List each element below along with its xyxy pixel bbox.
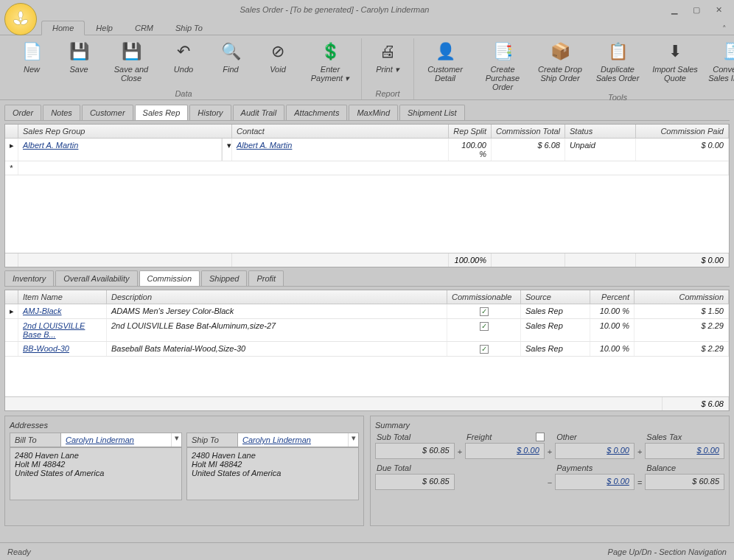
convert-to-sales-invoice-button[interactable]: 🧾Convert To Sales Invoice (706, 38, 734, 91)
sales-rep-grid: Sales Rep Group Contact Rep Split Commis… (4, 124, 730, 267)
menubar: HomeHelpCRMShip To (0, 19, 734, 35)
propeller-icon (12, 10, 29, 28)
tab-inventory[interactable]: Inventory (4, 270, 54, 286)
create-drop-ship-order-icon: 📦 (548, 40, 572, 63)
bill-to-address: 2480 Haven LaneHolt MI 48842United State… (10, 447, 182, 500)
col-commission-total[interactable]: Commission Total (492, 125, 565, 138)
new-row[interactable]: * (5, 161, 729, 175)
customer-detail-button[interactable]: 👤Customer Detail (419, 38, 472, 91)
create-drop-ship-order-button[interactable]: 📦Create Drop Ship Order (534, 38, 587, 91)
col-contact[interactable]: Contact (232, 125, 449, 138)
salestax-value[interactable]: $ 0.00 (645, 443, 724, 459)
svg-point-3 (19, 18, 22, 21)
col-item-name[interactable]: Item Name (18, 290, 107, 304)
tab-profit[interactable]: Profit (248, 270, 284, 286)
tab-notes[interactable]: Notes (43, 105, 80, 120)
bill-to-combo[interactable]: Carolyn Linderman ▾ (61, 433, 182, 447)
enter-payment--icon: 💲 (318, 40, 342, 63)
tab-history[interactable]: History (189, 105, 231, 120)
summary-panel: Summary Sub Total $ 60.85 + Freight $ 0.… (370, 416, 730, 526)
duplicate-sales-order-icon: 📋 (606, 40, 629, 63)
menu-tab-crm[interactable]: CRM (124, 21, 164, 35)
table-row[interactable]: 2nd LOUISVILLE Base B...2nd LOUISVILLE B… (5, 319, 729, 342)
close-button[interactable]: ✕ (713, 4, 724, 15)
commission-header: Item Name Description Commissionable Sou… (5, 290, 729, 304)
col-commissionable[interactable]: Commissionable (447, 290, 521, 304)
find-button[interactable]: 🔍Find (209, 38, 252, 88)
tab-commission[interactable]: Commission (139, 270, 200, 286)
col-commission-paid[interactable]: Commission Paid (636, 125, 729, 138)
print-button[interactable]: 🖨Print ▾ (366, 38, 409, 88)
tab-shipment-list[interactable]: Shipment List (399, 105, 465, 120)
create-purchase-order-button[interactable]: 📑Create Purchase Order (476, 38, 529, 91)
maximize-button[interactable]: ▢ (691, 4, 702, 15)
tab-overall-availability[interactable]: Overall Availability (55, 270, 137, 286)
top-tabstrip: OrderNotesCustomerSales RepHistoryAudit … (4, 105, 730, 121)
mid-tabstrip: InventoryOverall AvailabilityCommissionS… (4, 270, 730, 287)
chevron-down-icon[interactable]: ▾ (171, 433, 181, 447)
save-and-close-button[interactable]: 💾Save and Close (105, 38, 158, 88)
commissionable-checkbox[interactable]: ✓ (480, 322, 489, 331)
freight-value[interactable]: $ 0.00 (465, 443, 545, 459)
app-logo[interactable] (4, 3, 37, 35)
new-button[interactable]: 📄New (10, 38, 53, 88)
item-link[interactable]: AMJ-Black (23, 307, 62, 315)
svg-point-0 (18, 11, 23, 18)
undo-icon: ↶ (172, 40, 195, 63)
status-right: Page Up/Dn - Section Navigation (608, 547, 727, 556)
menu-tab-help[interactable]: Help (85, 21, 124, 35)
col-percent[interactable]: Percent (590, 290, 635, 304)
table-row[interactable]: ▸AMJ-BlackADAMS Men's Jersey Color-Black… (5, 304, 729, 319)
col-status[interactable]: Status (565, 125, 636, 138)
save-button[interactable]: 💾Save (57, 38, 100, 88)
freight-checkbox[interactable] (536, 433, 545, 441)
sales-rep-footer: 100.00% $ 0.00 (5, 253, 729, 267)
bottom-panels: Addresses Bill To Carolyn Linderman ▾ 24… (4, 416, 730, 526)
commission-footer: $ 6.08 (5, 396, 729, 410)
col-description[interactable]: Description (107, 290, 447, 304)
tab-sales-rep[interactable]: Sales Rep (135, 105, 189, 120)
minimize-button[interactable]: ▁ (669, 4, 679, 15)
chevron-down-icon[interactable]: ▾ (348, 433, 358, 447)
tab-shipped[interactable]: Shipped (201, 270, 247, 286)
col-source[interactable]: Source (521, 290, 590, 304)
save-icon: 💾 (67, 40, 91, 63)
commission-grid: Item Name Description Commissionable Sou… (4, 290, 730, 411)
enter-payment-button[interactable]: 💲Enter Payment ▾ (304, 38, 357, 88)
commissionable-checkbox[interactable]: ✓ (480, 345, 489, 354)
table-row[interactable]: BB-Wood-30Baseball Bats Material-Wood,Si… (5, 342, 729, 357)
sales-rep-body: ▸ Albert A. Martin ▾ Albert A. Martin 10… (5, 139, 729, 253)
col-commission[interactable]: Commission (635, 290, 729, 304)
payments-value[interactable]: $ 0.00 (555, 474, 635, 490)
item-link[interactable]: BB-Wood-30 (23, 344, 69, 353)
titlebar: Sales Order - [To be generated] - Caroly… (0, 0, 734, 19)
tab-maxmind[interactable]: MaxMind (349, 105, 398, 120)
menu-tab-home[interactable]: Home (41, 21, 85, 35)
ribbon-collapse-icon[interactable]: ˄ (722, 24, 727, 34)
tab-attachments[interactable]: Attachments (286, 105, 347, 120)
ship-to-value[interactable]: Carolyn Linderman (238, 433, 348, 447)
print--icon: 🖨 (376, 40, 399, 63)
void-button[interactable]: ⊘Void (256, 38, 299, 88)
col-sales-rep-group[interactable]: Sales Rep Group (18, 125, 232, 138)
window-controls: ▁ ▢ ✕ (669, 4, 734, 15)
tab-order[interactable]: Order (4, 105, 41, 120)
ship-to-label: Ship To (186, 433, 238, 447)
item-link[interactable]: 2nd LOUISVILLE Base B... (23, 321, 85, 339)
tab-audit-trail[interactable]: Audit Trail (233, 105, 285, 120)
other-value[interactable]: $ 0.00 (555, 443, 635, 459)
commissionable-checkbox[interactable]: ✓ (480, 307, 489, 316)
tab-customer[interactable]: Customer (82, 105, 133, 120)
import-sales-quote-button[interactable]: ⬇Import Sales Quote (649, 38, 702, 91)
undo-button[interactable]: ↶Undo (162, 38, 205, 88)
dropdown-icon[interactable]: ▾ (222, 139, 232, 161)
ship-to-combo[interactable]: Carolyn Linderman ▾ (238, 433, 359, 447)
import-sales-quote-icon: ⬇ (663, 40, 687, 63)
col-rep-split[interactable]: Rep Split (449, 125, 492, 138)
menu-tab-ship-to[interactable]: Ship To (164, 21, 214, 35)
bill-to-value[interactable]: Carolyn Linderman (61, 433, 171, 447)
table-row[interactable]: ▸ Albert A. Martin ▾ Albert A. Martin 10… (5, 139, 729, 161)
duplicate-sales-order-button[interactable]: 📋Duplicate Sales Order (591, 38, 644, 91)
sales-rep-group-link[interactable]: Albert A. Martin (23, 141, 78, 150)
contact-link[interactable]: Albert A. Martin (237, 141, 292, 150)
